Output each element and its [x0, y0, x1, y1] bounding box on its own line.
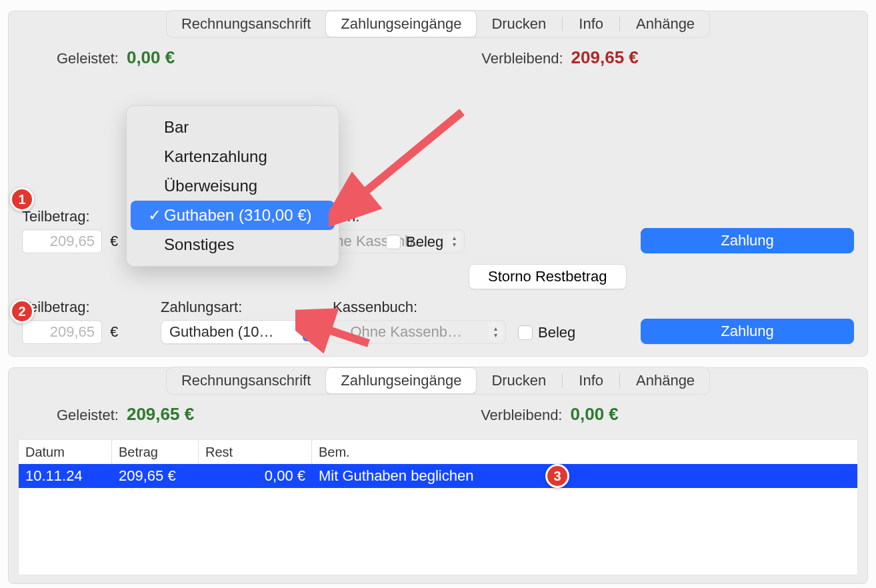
tab-label: Anhänge [636, 15, 695, 33]
remaining-value: 0,00 € [570, 404, 618, 425]
th-bem[interactable]: Bem. [312, 440, 857, 464]
panel-after: Rechnungsanschrift Zahlungseingänge Druc… [8, 367, 868, 584]
zahlung-button[interactable]: Zahlung [641, 228, 854, 253]
currency-label: € [110, 233, 118, 250]
tab-anhaenge[interactable]: Anhänge [621, 11, 709, 37]
table-empty-space [19, 488, 857, 575]
summary-row: Geleistet: 209,65 € Verbleibend: 0,00 € [9, 401, 867, 435]
annotation-badge-3: 3 [545, 464, 569, 488]
tab-separator [562, 17, 563, 31]
tab-label: Zahlungseingänge [341, 15, 461, 33]
beleg-label: Beleg [406, 233, 443, 251]
paid-label: Geleistet: [57, 50, 119, 67]
currency-label: € [110, 323, 118, 341]
remaining-label: Verbleibend: [481, 407, 562, 424]
tab-label: Rechnungsanschrift [181, 15, 311, 33]
tab-label: Drucken [491, 372, 546, 389]
tab-bar: Rechnungsanschrift Zahlungseingänge Druc… [9, 10, 867, 38]
teilbetrag-label: Teilbetrag: [22, 208, 129, 225]
paid-value: 209,65 € [127, 404, 194, 425]
popup-option-kartenzahlung[interactable]: Kartenzahlung [131, 142, 335, 171]
td-rest: 0,00 € [199, 467, 312, 485]
tab-drucken[interactable]: Drucken [477, 367, 561, 394]
zahlungsart-popup: Bar Kartenzahlung Überweisung ✓Guthaben … [126, 105, 339, 267]
stepper-icon: ▴▾ [303, 323, 317, 341]
tab-rechnungsanschrift[interactable]: Rechnungsanschrift [167, 367, 325, 394]
tab-rechnungsanschrift[interactable]: Rechnungsanschrift [167, 11, 325, 37]
teilbetrag-input[interactable] [22, 229, 102, 253]
table-header: Datum Betrag Rest Bem. [19, 440, 857, 464]
panel-before: Rechnungsanschrift Zahlungseingänge Druc… [8, 11, 868, 357]
popup-option-bar[interactable]: Bar [131, 113, 335, 142]
popup-option-guthaben[interactable]: ✓Guthaben (310,00 €) [131, 201, 335, 230]
tab-label: Drucken [491, 15, 546, 33]
teilbetrag-label: Teilbetrag: [22, 299, 129, 316]
kassenbuch-value: - Ohne Kassenb… [341, 323, 483, 341]
payment-row-1: Teilbetrag: € enbuch: Ohne Kassenb… ▴▾ B… [9, 205, 867, 257]
zahlungsart-select[interactable]: Guthaben (10… ▴▾ [161, 320, 321, 344]
th-betrag[interactable]: Betrag [112, 440, 199, 464]
td-bem: Mit Guthaben beglichen [312, 467, 857, 485]
tab-separator [619, 17, 620, 31]
zahlungsart-value: Guthaben (10… [169, 323, 297, 341]
stepper-icon: ▴▾ [488, 323, 503, 341]
annotation-badge-2: 2 [10, 299, 34, 323]
check-icon: ✓ [148, 206, 159, 225]
zahlung-button[interactable]: Zahlung [641, 319, 854, 344]
beleg-checkbox[interactable] [518, 325, 533, 340]
popup-option-ueberweisung[interactable]: Überweisung [131, 171, 335, 201]
beleg-checkbox[interactable] [386, 235, 401, 249]
tab-separator [619, 373, 620, 388]
remaining-label: Verbleibend: [481, 50, 563, 67]
tab-group: Rechnungsanschrift Zahlungseingänge Druc… [166, 10, 710, 38]
payment-row-2: Teilbetrag: € Zahlungsart: Guthaben (10…… [9, 296, 867, 348]
th-rest[interactable]: Rest [199, 440, 312, 464]
th-datum[interactable]: Datum [19, 440, 112, 464]
annotation-badge-1: 1 [10, 187, 34, 211]
kassenbuch-label: Kassenbuch: [333, 299, 506, 316]
td-betrag: 209,65 € [112, 467, 199, 485]
tab-anhaenge[interactable]: Anhänge [621, 367, 709, 394]
stepper-icon: ▴▾ [447, 232, 461, 251]
beleg-label: Beleg [538, 324, 575, 341]
tab-label: Zahlungseingänge [341, 372, 461, 389]
remaining-value: 209,65 € [571, 47, 639, 68]
tab-label: Info [579, 15, 603, 33]
tab-bar: Rechnungsanschrift Zahlungseingänge Druc… [9, 367, 867, 395]
tab-separator [562, 373, 563, 388]
td-datum: 10.11.24 [19, 467, 112, 485]
zahlungsart-label: Zahlungsart: [161, 299, 321, 316]
tab-info[interactable]: Info [564, 367, 618, 394]
popup-option-sonstiges[interactable]: Sonstiges [131, 230, 335, 259]
tab-group: Rechnungsanschrift Zahlungseingänge Druc… [166, 367, 710, 395]
storno-button[interactable]: Storno Restbetrag [469, 264, 627, 289]
teilbetrag-input[interactable] [22, 320, 102, 344]
tab-zahlungseingaenge[interactable]: Zahlungseingänge [325, 367, 477, 394]
summary-row: Geleistet: 0,00 € Verbleibend: 209,65 € [9, 45, 867, 79]
paid-label: Geleistet: [57, 407, 119, 424]
tab-info[interactable]: Info [564, 11, 618, 37]
tab-label: Anhänge [636, 372, 695, 389]
tab-label: Info [579, 372, 603, 389]
tab-label: Rechnungsanschrift [181, 372, 311, 389]
payments-table: Datum Betrag Rest Bem. 10.11.24 209,65 €… [18, 439, 858, 575]
table-row[interactable]: 10.11.24 209,65 € 0,00 € Mit Guthaben be… [19, 464, 857, 488]
tab-zahlungseingaenge[interactable]: Zahlungseingänge [325, 11, 477, 37]
paid-value: 0,00 € [127, 47, 175, 68]
kassenbuch-select[interactable]: - Ohne Kassenb… ▴▾ [333, 320, 506, 344]
tab-drucken[interactable]: Drucken [477, 11, 561, 37]
